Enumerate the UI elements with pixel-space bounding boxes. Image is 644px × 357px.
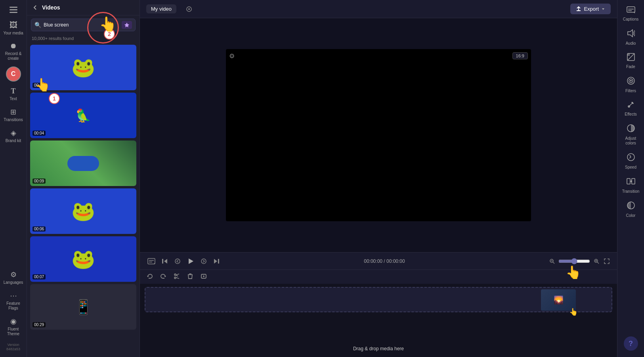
video-duration-6: 00:29 <box>32 322 46 327</box>
preview-settings-icon[interactable]: ⚙ <box>229 52 235 60</box>
captions-icon <box>627 6 635 15</box>
right-panel-fade[interactable]: Fade <box>619 50 643 72</box>
timeline-track-area: 🌄 👆 Drag & drop media here <box>140 284 617 357</box>
skip-back-button[interactable] <box>161 257 169 266</box>
video-duration-4: 00:06 <box>32 226 46 232</box>
video-thumb-5[interactable]: 🐸 00:07 <box>30 236 136 282</box>
delete-button[interactable] <box>185 272 195 282</box>
sidebar-item-your-media[interactable]: 🖼 Your media <box>2 18 25 38</box>
zoom-out-button[interactable] <box>548 257 556 265</box>
svg-rect-10 <box>162 259 163 264</box>
video-preview-container: ⚙ 16:9 <box>140 18 617 252</box>
svg-rect-0 <box>10 7 17 8</box>
sidebar-item-record-create[interactable]: ⏺ Record &create <box>2 40 25 63</box>
svg-point-24 <box>174 277 176 279</box>
svg-line-17 <box>553 262 554 264</box>
svg-rect-1 <box>10 9 17 11</box>
help-icon: ? <box>629 340 633 348</box>
sidebar-item-languages[interactable]: ⚙ Languages <box>2 268 25 287</box>
svg-rect-15 <box>218 259 219 264</box>
effects-icon <box>627 101 635 110</box>
hamburger-menu-button[interactable] <box>5 3 22 17</box>
color-icon <box>627 201 635 212</box>
tab-auto-compose[interactable] <box>181 4 197 14</box>
svg-line-20 <box>597 262 599 264</box>
your-media-icon: 🖼 <box>10 21 17 30</box>
svg-marker-12 <box>189 258 193 264</box>
video-preview: ⚙ 16:9 <box>226 49 531 221</box>
video-thumb-2[interactable]: 🦜 00:04 <box>30 93 136 138</box>
search-icon: 🔍 <box>34 22 41 28</box>
user-avatar[interactable]: C <box>6 66 21 82</box>
svg-line-27 <box>176 275 178 276</box>
time-current: 00:00:00 <box>364 258 382 264</box>
video-duration-5: 00:07 <box>32 274 46 279</box>
video-grid: 🐸 00:15 🦜 00:04 00:09 🐸 00:06 🐸 00:07 📱 <box>27 43 140 357</box>
zoom-in-button[interactable] <box>592 257 600 265</box>
right-panel: Captions Audio Fade <box>617 0 644 357</box>
right-panel-captions[interactable]: Captions <box>619 3 643 25</box>
svg-point-23 <box>174 274 176 275</box>
right-panel-speed[interactable]: Speed <box>619 150 643 173</box>
sidebar-item-brand-kit[interactable]: ◈ Brand kit <box>2 126 25 146</box>
avatar-initial: C <box>11 70 16 78</box>
transition-icon <box>627 177 635 188</box>
zoom-slider[interactable] <box>558 258 590 264</box>
right-panel-audio[interactable]: Audio <box>619 26 643 49</box>
add-marker-button[interactable] <box>199 272 209 282</box>
video-thumb-6[interactable]: 📱 00:29 <box>30 284 136 330</box>
right-panel-color[interactable]: Color <box>619 198 643 221</box>
feature-flags-icon: ⋯ <box>10 291 17 300</box>
record-create-icon: ⏺ <box>10 42 17 50</box>
far-left-sidebar: 🖼 Your media ⏺ Record &create C T Text ⊞… <box>0 0 27 357</box>
timeline-edit-bar <box>140 270 617 284</box>
svg-marker-3 <box>124 23 129 27</box>
sidebar-item-feature-flags[interactable]: ⋯ FeatureFlags <box>2 289 25 313</box>
playback-controls: 00:00:00 / 00:00:00 <box>140 252 617 270</box>
right-panel-transition[interactable]: Transition <box>619 174 643 197</box>
sidebar-item-fluent-theme[interactable]: ◉ FluentTheme <box>2 315 25 339</box>
redo-button[interactable] <box>158 272 168 282</box>
cut-button[interactable] <box>172 272 182 282</box>
top-bar: My video Export <box>140 0 617 18</box>
frame-back-button[interactable] <box>173 257 182 266</box>
video-thumb-1[interactable]: 🐸 00:15 <box>30 45 136 90</box>
zoom-control <box>548 257 611 265</box>
video-thumb-4[interactable]: 🐸 00:06 <box>30 188 136 234</box>
export-button[interactable]: Export <box>570 4 611 14</box>
frame-forward-button[interactable] <box>199 257 208 266</box>
text-icon: T <box>11 87 15 95</box>
undo-button[interactable] <box>145 272 155 282</box>
languages-icon: ⚙ <box>10 270 17 279</box>
right-panel-adjust-colors[interactable]: Adjustcolors <box>619 121 643 149</box>
video-duration-3: 00:09 <box>32 178 46 184</box>
premium-filter-button[interactable] <box>122 21 132 29</box>
sidebar-item-transitions[interactable]: ⊞ Transitions <box>2 105 25 125</box>
tab-my-video[interactable]: My video <box>146 4 176 13</box>
timeline-area[interactable]: 🌄 👆 Drag & drop media here <box>140 284 617 357</box>
sidebar-bottom-section: ⚙ Languages ⋯ FeatureFlags ◉ FluentTheme… <box>2 268 25 354</box>
caption-button[interactable] <box>146 257 157 266</box>
back-button[interactable] <box>32 4 39 11</box>
svg-rect-45 <box>632 178 635 184</box>
video-thumb-3[interactable]: 00:09 <box>30 141 136 186</box>
video-duration-2: 00:04 <box>32 131 46 136</box>
right-panel-filters[interactable]: Filters <box>619 73 643 97</box>
svg-rect-32 <box>627 7 635 12</box>
search-input[interactable] <box>44 22 119 28</box>
sidebar-item-text[interactable]: T Text <box>2 85 25 104</box>
timeline-clip[interactable]: 🌄 <box>541 289 576 311</box>
svg-point-13 <box>201 259 206 264</box>
timeline-track-main[interactable]: 🌄 👆 <box>145 287 612 312</box>
play-button[interactable] <box>186 256 195 266</box>
skip-forward-button[interactable] <box>212 257 221 266</box>
left-panel-videos: Videos 🔍 10,000+ results found 🐸 00:15 🦜… <box>27 0 140 357</box>
speed-icon <box>627 153 635 163</box>
panel-title: Videos <box>42 4 60 11</box>
right-panel-effects[interactable]: Effects <box>619 97 643 120</box>
drag-drop-hint: Drag & drop media here <box>140 346 617 351</box>
video-duration-1: 00:15 <box>32 83 46 88</box>
time-separator: / <box>384 258 386 264</box>
expand-timeline-button[interactable] <box>603 257 611 265</box>
help-button[interactable]: ? <box>624 336 638 351</box>
